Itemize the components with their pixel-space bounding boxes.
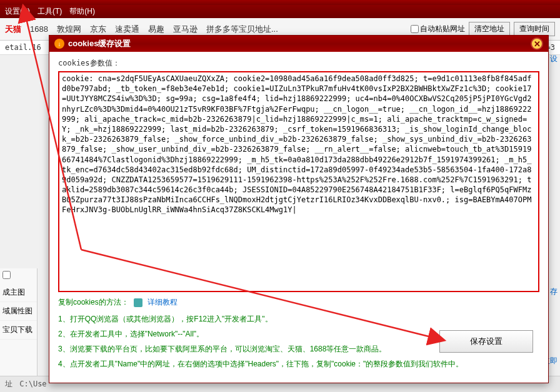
tab-jd[interactable]: 京东 xyxy=(90,24,106,35)
footer-path: C:\Use xyxy=(19,380,46,388)
right-btn-settings[interactable]: 设 xyxy=(550,54,558,64)
instruction-step-4: 4、点开发者工具"Name"中的网址，在右侧的选项中选择"Headers"，往下… xyxy=(58,356,539,371)
copy-method-label: 复制cookies的方法： xyxy=(58,297,129,308)
cookie-value-textarea[interactable] xyxy=(58,71,539,292)
right-btn-save[interactable]: 存 xyxy=(550,287,558,296)
dialog-titlebar[interactable]: ↓ cookies缓存设置 ✕ xyxy=(49,36,548,52)
tab-yiqu[interactable]: 易趣 xyxy=(148,24,164,35)
dialog-title-text: cookies缓存设置 xyxy=(68,38,131,49)
menu-bar: 设置(S) 工具(T) 帮助(H) xyxy=(0,5,560,18)
download-icon: ↓ xyxy=(54,39,64,49)
cookies-settings-dialog: ↓ cookies缓存设置 ✕ cookies参数值： 复制cookies的方法… xyxy=(49,35,549,383)
close-icon[interactable]: ✕ xyxy=(531,37,543,50)
sidebar-item-1[interactable]: 成主图 xyxy=(0,283,37,302)
auto-paste-checkbox[interactable]: 自动粘贴网址 xyxy=(411,24,465,34)
url-text-left: etail.16 xyxy=(5,43,41,52)
tutorial-link[interactable]: 详细教程 xyxy=(148,297,178,308)
tab-amazon[interactable]: 亚马逊 xyxy=(173,24,198,35)
query-time-button[interactable]: 查询时间 xyxy=(514,22,555,36)
menu-settings[interactable]: 设置(S) xyxy=(5,6,30,17)
instruction-step-1: 1、打开QQ浏览器（或其他浏览器），按F12进入"开发者工具"。 xyxy=(58,311,539,326)
app-title-bar xyxy=(0,0,560,5)
menu-help[interactable]: 帮助(H) xyxy=(69,6,95,17)
sidebar-checkbox[interactable] xyxy=(2,271,11,279)
tab-tmall[interactable]: 天猫 xyxy=(5,24,21,35)
left-sidebar: 成主图 域属性图 宝贝下载 xyxy=(0,268,38,392)
tab-sujietong[interactable]: 速卖通 xyxy=(115,24,139,35)
cookie-param-label: cookies参数值： xyxy=(58,58,539,69)
tab-1688[interactable]: 1688 xyxy=(30,24,48,34)
sidebar-item-3[interactable]: 宝贝下载 xyxy=(0,321,37,340)
menu-tools[interactable]: 工具(T) xyxy=(38,6,62,17)
save-settings-button[interactable]: 保存设置 xyxy=(439,330,533,353)
footer-prefix: 址 xyxy=(5,379,12,390)
auto-paste-label: 自动粘贴网址 xyxy=(420,24,465,34)
dialog-body: cookies参数值： 复制cookies的方法： 详细教程 1、打开QQ浏览器… xyxy=(49,52,548,383)
sidebar-item-2[interactable]: 域属性图 xyxy=(0,302,37,321)
tab-dunhuang[interactable]: 敦煌网 xyxy=(57,24,81,35)
tab-more[interactable]: 拼多多等宝贝地址... xyxy=(206,24,278,35)
tutorial-icon xyxy=(134,298,142,307)
clear-address-button[interactable]: 清空地址 xyxy=(469,22,510,36)
